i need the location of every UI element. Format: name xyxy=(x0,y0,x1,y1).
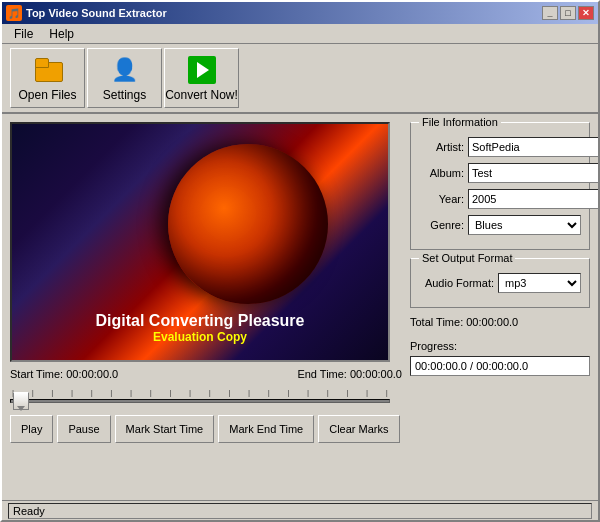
main-window: 🎵 Top Video Sound Extractor _ □ ✕ File H… xyxy=(0,0,600,522)
artist-label: Artist: xyxy=(419,141,464,153)
title-bar-left: 🎵 Top Video Sound Extractor xyxy=(6,5,167,21)
genre-label: Genre: xyxy=(419,219,464,231)
right-panel: File Information Artist: Album: Year: Ge… xyxy=(410,122,590,492)
progress-display: 00:00:00.0 / 00:00:00.0 xyxy=(410,356,590,376)
format-select-wrapper: mp3 wav ogg aac wma xyxy=(498,273,581,293)
status-panel: Ready xyxy=(8,503,592,519)
open-files-label: Open Files xyxy=(18,88,76,102)
audio-format-label: Audio Format: xyxy=(419,277,494,289)
genre-row: Genre: Blues Rock Pop Jazz Classical xyxy=(419,215,581,235)
end-time-value: 00:00:00.0 xyxy=(350,368,402,380)
window-title: Top Video Sound Extractor xyxy=(26,7,167,19)
progress-section: Progress: 00:00:00.0 / 00:00:00.0 xyxy=(410,340,590,376)
end-time-display: End Time: 00:00:00.0 xyxy=(297,368,402,380)
year-row: Year: xyxy=(419,189,581,209)
album-input[interactable] xyxy=(468,163,598,183)
settings-label: Settings xyxy=(103,88,146,102)
mark-end-button[interactable]: Mark End Time xyxy=(218,415,314,443)
open-icon xyxy=(32,54,64,86)
convert-label: Convert Now! xyxy=(165,88,238,102)
close-button[interactable]: ✕ xyxy=(578,6,594,20)
open-files-button[interactable]: Open Files xyxy=(10,48,85,108)
artist-row: Artist: xyxy=(419,137,581,157)
total-time-value: 00:00:00.0 xyxy=(466,316,518,328)
mark-start-button[interactable]: Mark Start Time xyxy=(115,415,215,443)
minimize-button[interactable]: _ xyxy=(542,6,558,20)
genre-select-wrapper: Blues Rock Pop Jazz Classical xyxy=(468,215,581,235)
end-time-label: End Time: xyxy=(297,368,347,380)
status-text: Ready xyxy=(13,505,45,517)
audio-format-row: Audio Format: mp3 wav ogg aac wma xyxy=(419,273,581,293)
total-time-row: Total Time: 00:00:00.0 xyxy=(410,316,590,328)
progress-label: Progress: xyxy=(410,340,590,352)
convert-now-button[interactable]: Convert Now! xyxy=(164,48,239,108)
play-button[interactable]: Play xyxy=(10,415,53,443)
start-time-display: Start Time: 00:00:00.0 xyxy=(10,368,118,380)
year-label: Year: xyxy=(419,193,464,205)
video-eval-text: Evaluation Copy xyxy=(153,330,247,344)
artist-input[interactable] xyxy=(468,137,598,157)
menu-file[interactable]: File xyxy=(6,25,41,43)
output-format-group: Set Output Format Audio Format: mp3 wav … xyxy=(410,258,590,308)
status-bar: Ready xyxy=(2,500,598,520)
convert-icon xyxy=(186,54,218,86)
slider-marks: ||||| ||||| ||||| ||||| xyxy=(10,388,390,397)
settings-button[interactable]: 👤 Settings xyxy=(87,48,162,108)
genre-select[interactable]: Blues Rock Pop Jazz Classical xyxy=(469,216,580,234)
main-content: Digital Converting Pleasure Evaluation C… xyxy=(2,114,598,500)
pause-button[interactable]: Pause xyxy=(57,415,110,443)
title-controls: _ □ ✕ xyxy=(542,6,594,20)
seek-slider-track[interactable] xyxy=(10,399,390,403)
file-info-label: File Information xyxy=(419,116,501,128)
maximize-button[interactable]: □ xyxy=(560,6,576,20)
file-info-group: File Information Artist: Album: Year: Ge… xyxy=(410,122,590,250)
settings-icon: 👤 xyxy=(109,54,141,86)
menu-bar: File Help xyxy=(2,24,598,44)
start-time-value: 00:00:00.0 xyxy=(66,368,118,380)
app-icon: 🎵 xyxy=(6,5,22,21)
seek-slider-container: ||||| ||||| ||||| ||||| xyxy=(10,386,390,409)
left-panel: Digital Converting Pleasure Evaluation C… xyxy=(10,122,402,492)
time-row: Start Time: 00:00:00.0 End Time: 00:00:0… xyxy=(10,366,402,382)
total-time-label: Total Time: xyxy=(410,316,463,328)
seek-slider-thumb[interactable] xyxy=(13,392,29,410)
start-time-label: Start Time: xyxy=(10,368,63,380)
title-bar: 🎵 Top Video Sound Extractor _ □ ✕ xyxy=(2,2,598,24)
output-format-label: Set Output Format xyxy=(419,252,515,264)
video-main-text: Digital Converting Pleasure xyxy=(96,312,305,330)
planet-graphic xyxy=(168,144,328,304)
album-label: Album: xyxy=(419,167,464,179)
audio-format-select[interactable]: mp3 wav ogg aac wma xyxy=(499,274,580,292)
control-buttons: Play Pause Mark Start Time Mark End Time… xyxy=(10,415,402,443)
menu-help[interactable]: Help xyxy=(41,25,82,43)
toolbar: Open Files 👤 Settings Convert Now! xyxy=(2,44,598,114)
year-input[interactable] xyxy=(468,189,598,209)
video-preview: Digital Converting Pleasure Evaluation C… xyxy=(10,122,390,362)
clear-marks-button[interactable]: Clear Marks xyxy=(318,415,399,443)
album-row: Album: xyxy=(419,163,581,183)
progress-value: 00:00:00.0 / 00:00:00.0 xyxy=(415,360,528,372)
